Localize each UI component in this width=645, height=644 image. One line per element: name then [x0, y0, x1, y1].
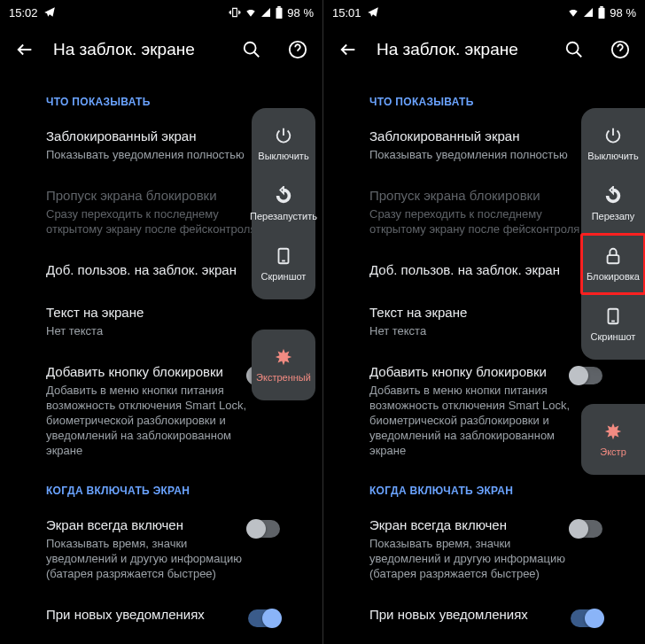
- power-emergency-card: Экстр: [581, 404, 645, 475]
- wifi-icon: [567, 6, 579, 19]
- screenshot-icon: [274, 246, 293, 266]
- power-menu: Выключить Перезапу Блокировка Скриншот: [581, 108, 645, 360]
- status-bar: 15:02 98 %: [0, 0, 322, 25]
- wifi-icon: [245, 6, 257, 19]
- telegram-icon: [43, 6, 56, 19]
- item-always-on[interactable]: Экран всегда включен Показывать время, з…: [323, 504, 645, 594]
- signal-icon: [583, 7, 594, 18]
- page-title: На заблок. экране: [377, 40, 546, 59]
- svg-rect-1: [278, 6, 282, 8]
- restart-icon: [603, 186, 623, 206]
- clock: 15:02: [9, 6, 38, 19]
- power-menu: Выключить Перезапустить Скриншот: [252, 108, 315, 299]
- clock: 15:01: [332, 6, 361, 19]
- power-off[interactable]: Выключить: [252, 113, 315, 174]
- toggle-new-notif[interactable]: [248, 609, 280, 627]
- item-always-on[interactable]: Экран всегда включен Показывать время, з…: [0, 504, 322, 594]
- app-bar: На заблок. экране: [0, 25, 322, 74]
- power-restart[interactable]: Перезапу: [581, 174, 645, 234]
- power-restart[interactable]: Перезапустить: [252, 174, 315, 234]
- section-when: КОГДА ВКЛЮЧАТЬ ЭКРАН: [0, 470, 322, 504]
- power-off[interactable]: Выключить: [581, 113, 645, 174]
- svg-rect-9: [608, 255, 619, 263]
- back-button[interactable]: [7, 32, 43, 67]
- battery-icon: [275, 6, 284, 19]
- power-icon: [274, 126, 293, 145]
- battery-pct: 98 %: [610, 6, 636, 19]
- screenshot-icon: [603, 306, 623, 326]
- toggle-new-notif[interactable]: [571, 609, 602, 627]
- emergency-icon: [603, 422, 623, 441]
- svg-rect-0: [276, 8, 283, 19]
- power-lockdown[interactable]: Блокировка: [581, 234, 645, 294]
- power-emergency[interactable]: Экстр: [581, 409, 645, 469]
- status-bar: 15:01 98 %: [323, 0, 645, 25]
- vibrate-icon: [229, 6, 241, 19]
- power-emergency-card: Экстренный: [252, 330, 315, 400]
- power-screenshot[interactable]: Скриншот: [252, 234, 315, 294]
- help-button[interactable]: [602, 32, 638, 67]
- battery-pct: 98 %: [287, 6, 314, 19]
- phone-right: 15:01 98 % На заблок. экране ЧТО ПОКАЗЫВ…: [322, 0, 645, 644]
- section-when: КОГДА ВКЛЮЧАТЬ ЭКРАН: [323, 470, 645, 504]
- svg-point-7: [567, 43, 579, 54]
- power-screenshot[interactable]: Скриншот: [581, 294, 645, 354]
- lock-icon: [603, 246, 623, 266]
- power-emergency[interactable]: Экстренный: [252, 335, 315, 395]
- telegram-icon: [367, 6, 379, 19]
- svg-point-2: [245, 43, 256, 54]
- emergency-icon: [274, 347, 293, 367]
- app-bar: На заблок. экране: [323, 25, 645, 74]
- toggle-aod[interactable]: [571, 520, 602, 538]
- svg-rect-5: [599, 8, 605, 19]
- search-button[interactable]: [556, 32, 592, 67]
- power-icon: [603, 126, 623, 145]
- search-button[interactable]: [234, 32, 269, 67]
- battery-icon: [597, 6, 606, 19]
- item-new-notif[interactable]: При новых уведомлениях: [323, 594, 645, 640]
- toggle-aod[interactable]: [248, 520, 280, 538]
- restart-icon: [274, 186, 293, 206]
- back-button[interactable]: [330, 32, 366, 67]
- phone-left: 15:02 98 % На заблок. экране ЧТО ПОКАЗЫВ…: [0, 0, 322, 644]
- signal-icon: [260, 7, 271, 18]
- help-button[interactable]: [280, 32, 315, 67]
- toggle-lock-button[interactable]: [571, 367, 602, 384]
- item-new-notif[interactable]: При новых уведомлениях: [0, 594, 322, 640]
- svg-rect-6: [601, 6, 604, 8]
- page-title: На заблок. экране: [53, 40, 223, 59]
